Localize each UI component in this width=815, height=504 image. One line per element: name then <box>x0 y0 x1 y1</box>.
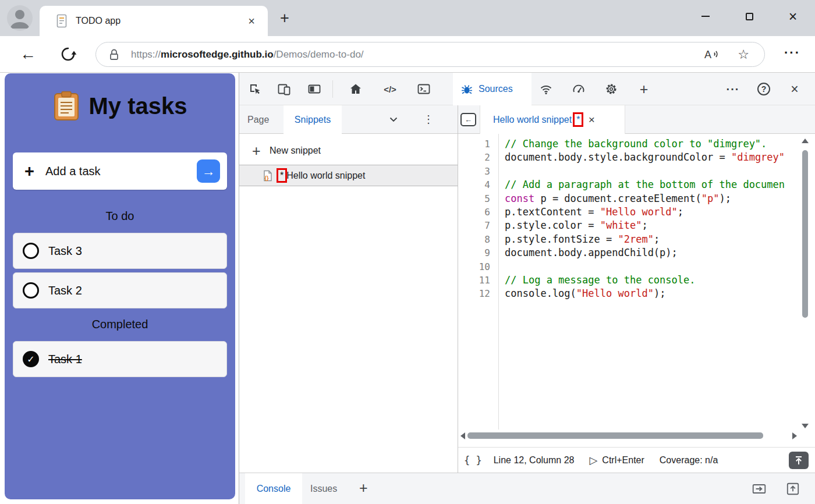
line-number[interactable]: 5 <box>458 192 498 205</box>
line-number[interactable]: 10 <box>458 260 498 274</box>
back-button[interactable]: ← <box>17 44 38 65</box>
drawer-add-tab-button[interactable]: + <box>359 473 368 504</box>
scroll-left-arrow-icon[interactable] <box>460 432 465 439</box>
code-line[interactable]: p.style.fontSize = "2rem"; <box>505 233 796 246</box>
code-line[interactable]: p.style.color = "white"; <box>505 219 796 232</box>
site-info-lock-icon[interactable] <box>109 48 119 61</box>
line-number[interactable]: 4 <box>458 178 498 191</box>
navigator-tab-page[interactable]: Page <box>247 105 269 134</box>
line-number[interactable]: 7 <box>458 219 498 232</box>
refresh-button[interactable] <box>59 45 77 63</box>
line-number[interactable]: 9 <box>458 246 498 260</box>
line-number[interactable]: 6 <box>458 205 498 219</box>
drawer-panel-button[interactable] <box>752 481 767 496</box>
inspect-element-button[interactable] <box>247 81 263 97</box>
task-checkbox[interactable] <box>23 243 39 259</box>
horizontal-scroll-thumb[interactable] <box>467 432 763 439</box>
settings-gear-button[interactable] <box>603 81 619 97</box>
vertical-scroll-thumb[interactable] <box>802 150 808 318</box>
task-item-completed[interactable]: ✓ Task 1 <box>13 341 227 377</box>
unsaved-asterisk: * <box>280 171 284 180</box>
devtools-help-button[interactable]: ? <box>756 81 772 97</box>
code-line[interactable]: console.log("Hello world"); <box>505 287 796 300</box>
code-line[interactable]: // Add a paragraph at the bottom of the … <box>505 178 796 191</box>
tab-close-button[interactable]: × <box>245 14 258 28</box>
snippet-list-item[interactable]: {} * Hello world snippet <box>239 165 458 186</box>
more-tabs-button[interactable] <box>389 117 398 122</box>
code-line[interactable]: document.body.appendChild(p); <box>505 246 796 260</box>
sources-tool-tab[interactable]: Sources <box>453 73 531 105</box>
performance-icon <box>572 82 586 96</box>
code-line[interactable]: // Change the background color to "dimgr… <box>505 137 796 151</box>
editor-tab-hello-world-snippet[interactable]: Hello world snippet * × <box>480 105 625 134</box>
task-item[interactable]: Task 3 <box>13 233 227 269</box>
read-aloud-button[interactable]: A <box>704 48 720 62</box>
add-task-input[interactable]: + Add a task → <box>13 152 227 190</box>
code-line[interactable]: document.body.style.backgroundColor = "d… <box>505 151 796 164</box>
welcome-tool-button[interactable] <box>348 81 364 97</box>
window-close-button[interactable]: × <box>784 8 802 25</box>
editor-tab-close-button[interactable]: × <box>585 113 598 126</box>
devtools-close-button[interactable]: × <box>786 81 803 97</box>
window-minimize-button[interactable] <box>696 8 715 25</box>
line-number[interactable]: 2 <box>458 151 498 164</box>
editor-code[interactable]: // Change the background color to "dimgr… <box>505 137 796 301</box>
gutter-divider <box>498 134 499 430</box>
favorite-star-button[interactable]: ☆ <box>738 48 749 61</box>
drawer-tab-console[interactable]: Console <box>245 473 302 504</box>
line-number[interactable]: 12 <box>458 287 498 300</box>
add-tools-button[interactable]: + <box>636 81 652 97</box>
browser-settings-menu-button[interactable]: ··· <box>779 44 806 65</box>
line-number[interactable]: 1 <box>458 137 498 151</box>
unsaved-asterisk: * <box>576 115 580 125</box>
elements-tool-button[interactable]: </> <box>378 81 402 97</box>
task-checkbox[interactable] <box>23 282 39 299</box>
submit-task-button[interactable]: → <box>197 159 220 183</box>
editor-overflow-button[interactable] <box>789 452 809 469</box>
dock-side-button[interactable] <box>306 81 323 97</box>
line-number[interactable]: 11 <box>458 274 498 287</box>
navigator-more-options-button[interactable]: ⋮ <box>422 105 435 134</box>
devtools-more-options-button[interactable]: ··· <box>725 81 741 97</box>
task-item[interactable]: Task 2 <box>13 272 227 308</box>
browser-tab[interactable]: TODO app × <box>40 6 268 36</box>
task-checkbox-checked[interactable]: ✓ <box>23 351 39 367</box>
code-line[interactable]: // Log a message to the console. <box>505 274 796 287</box>
todo-app-panel: My tasks + Add a task → To do Task 3 Tas… <box>5 73 235 499</box>
sources-subtoolbar: Page Snippets ⋮ ← Hello world snippet * … <box>239 105 815 134</box>
person-icon <box>7 5 33 31</box>
code-line[interactable]: p.textContent = "Hello world"; <box>505 205 796 219</box>
code-line[interactable]: const p = document.createElement("p"); <box>505 192 796 205</box>
new-snippet-button[interactable]: + New snippet <box>239 141 458 161</box>
url-text: https://microsoftedge.github.io/Demos/de… <box>131 49 364 61</box>
run-snippet-button[interactable]: ▷ <box>589 454 597 467</box>
scroll-right-arrow-icon[interactable] <box>792 432 797 439</box>
hide-navigator-button[interactable]: ← <box>460 113 476 126</box>
horizontal-scrollbar[interactable] <box>459 430 798 442</box>
scroll-down-arrow-icon[interactable] <box>802 424 809 428</box>
line-number[interactable]: 3 <box>458 165 498 178</box>
maximize-icon <box>746 13 753 20</box>
pretty-print-button[interactable]: { } <box>464 455 482 466</box>
device-emulation-button[interactable] <box>276 81 292 97</box>
line-number[interactable]: 8 <box>458 233 498 246</box>
address-bar[interactable]: https://microsoftedge.github.io/Demos/de… <box>95 42 765 67</box>
panel-arrow-icon <box>752 481 767 496</box>
devtools-drawer: Console Issues + <box>239 473 815 504</box>
code-editor[interactable]: 123456789101112 // Change the background… <box>458 134 815 447</box>
refresh-icon <box>59 45 77 63</box>
window-maximize-button[interactable] <box>740 8 759 25</box>
performance-tool-button[interactable] <box>570 81 587 97</box>
code-line[interactable] <box>505 165 796 178</box>
code-line[interactable] <box>505 260 796 274</box>
profile-avatar[interactable] <box>7 5 33 31</box>
console-tool-button[interactable] <box>416 81 432 97</box>
scroll-up-arrow-icon[interactable] <box>802 139 809 143</box>
vertical-scrollbar[interactable] <box>800 137 810 430</box>
network-tool-button[interactable] <box>538 81 554 97</box>
coverage-text: Coverage: n/a <box>660 455 718 466</box>
expand-drawer-button[interactable] <box>785 481 800 496</box>
new-tab-button[interactable]: + <box>276 9 293 27</box>
drawer-tab-issues[interactable]: Issues <box>310 473 337 504</box>
navigator-tab-snippets[interactable]: Snippets <box>284 105 342 134</box>
